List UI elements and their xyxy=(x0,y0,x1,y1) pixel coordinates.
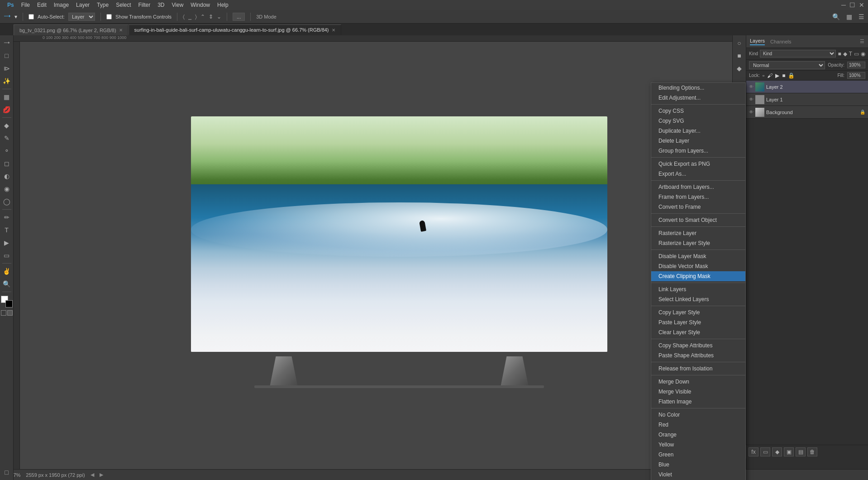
hand-tool-btn[interactable]: ✌ xyxy=(1,265,13,277)
ctx-item-merge-visible[interactable]: Merge Visible xyxy=(651,387,745,397)
gradient-tool-btn[interactable]: ◐ xyxy=(1,170,13,182)
ctx-item-paste-shape-attributes[interactable]: Paste Shape Attributes xyxy=(651,350,745,360)
minimize-btn[interactable]: ─ xyxy=(841,1,846,9)
layer-visibility-2[interactable]: 👁 xyxy=(749,84,754,89)
type-tool-btn[interactable]: T xyxy=(1,224,13,236)
nav-next[interactable]: ▶ xyxy=(100,472,103,478)
blur-tool-btn[interactable]: ◉ xyxy=(1,183,13,195)
align-top-icon[interactable]: ⌃ xyxy=(200,14,205,20)
layer-visibility-bg[interactable]: 👁 xyxy=(749,110,754,115)
align-bottom-icon[interactable]: ⌄ xyxy=(217,14,221,20)
filter-adjustment-icon[interactable]: ◆ xyxy=(843,51,847,57)
autoselect-checkbox[interactable] xyxy=(29,14,34,19)
layer-group-btn[interactable]: ▣ xyxy=(784,447,794,456)
layer-name-2[interactable]: Layer 2 xyxy=(766,84,783,90)
ctx-item-link-layers[interactable]: Link Layers xyxy=(651,284,745,294)
ctx-item-create-clipping-mask[interactable]: Create Clipping Mask xyxy=(651,271,745,281)
screen-mode-btn[interactable]: □ xyxy=(1,466,13,478)
menu-type[interactable]: Type xyxy=(93,1,112,9)
nav-prev[interactable]: ◀ xyxy=(91,472,94,478)
layer-delete-btn[interactable]: 🗑 xyxy=(807,447,817,456)
filter-type-icon[interactable]: T xyxy=(849,51,852,57)
ctx-item-clear-layer-style[interactable]: Clear Layer Style xyxy=(651,327,745,337)
ctx-item-disable-layer-mask[interactable]: Disable Layer Mask xyxy=(651,251,745,261)
menu-help[interactable]: Help xyxy=(214,1,232,9)
restore-btn[interactable]: ☐ xyxy=(849,1,855,9)
ctx-item-rasterize-layer[interactable]: Rasterize Layer xyxy=(651,228,745,238)
layer-new-btn[interactable]: ▤ xyxy=(796,447,806,456)
ctx-item-blue[interactable]: Blue xyxy=(651,460,745,470)
tab-bg-tv[interactable]: bg_tv_0321.png @ 66.7% (Layer 2, RGB/8) … xyxy=(14,24,129,35)
tab-surfing[interactable]: surfing-in-bali-guide-bali-surf-camp-ulu… xyxy=(129,24,341,35)
brush-tool-btn[interactable]: ✎ xyxy=(1,132,13,144)
ctx-item-copy-css[interactable]: Copy CSS xyxy=(651,106,745,116)
lock-image-btn[interactable]: 🖌 xyxy=(767,72,773,79)
lasso-tool-btn[interactable]: ⧐ xyxy=(1,62,13,74)
right-panel-icon3[interactable]: ◆ xyxy=(734,62,745,74)
align-middle-icon[interactable]: ⇕ xyxy=(209,14,213,20)
ctx-item-green[interactable]: Green xyxy=(651,450,745,460)
layer-item-2[interactable]: 👁 Layer 2 xyxy=(746,81,868,93)
menu-file[interactable]: File xyxy=(18,1,33,9)
layers-list[interactable]: 👁 Layer 2 👁 Layer 1 👁 Background 🔒 xyxy=(746,81,868,171)
layer-name-bg[interactable]: Background xyxy=(766,110,793,115)
dodge-tool-btn[interactable]: ◯ xyxy=(1,196,13,207)
quick-mask-icon[interactable] xyxy=(7,310,13,316)
move-tool-btn[interactable]: ⭢ xyxy=(1,37,13,49)
ctx-item-disable-vector-mask[interactable]: Disable Vector Mask xyxy=(651,261,745,271)
ctx-item-orange[interactable]: Orange xyxy=(651,430,745,440)
blend-mode-select[interactable]: Normal Dissolve Multiply Screen xyxy=(749,61,825,69)
layer-adjustment-btn[interactable]: ◆ xyxy=(772,447,782,456)
ctx-item-flatten-image[interactable]: Flatten Image xyxy=(651,397,745,407)
background-swatch[interactable] xyxy=(5,300,13,307)
layers-tab-channels[interactable]: Channels xyxy=(770,39,791,44)
ctx-item-paste-layer-style[interactable]: Paste Layer Style xyxy=(651,317,745,327)
lock-position-btn[interactable]: ▶ xyxy=(775,72,779,79)
ctx-item-copy-layer-style[interactable]: Copy Layer Style xyxy=(651,307,745,317)
shape-tool-btn[interactable]: ▭ xyxy=(1,250,13,261)
ctx-item-violet[interactable]: Violet xyxy=(651,470,745,480)
menu-3d[interactable]: 3D xyxy=(154,1,168,9)
align-center-icon[interactable]: ⎯ xyxy=(188,14,191,20)
layer-name-1[interactable]: Layer 1 xyxy=(766,97,783,102)
ctx-item-group-from-layers[interactable]: Group from Layers... xyxy=(651,146,745,156)
ctx-item-convert-to-smart-object[interactable]: Convert to Smart Object xyxy=(651,215,745,225)
ctx-item-copy-svg[interactable]: Copy SVG xyxy=(651,116,745,126)
ctx-item-release-from-isolation[interactable]: Release from Isolation xyxy=(651,364,745,374)
ctx-item-artboard-from-layers[interactable]: Artboard from Layers... xyxy=(651,182,745,192)
close-btn[interactable]: ✕ xyxy=(859,1,864,9)
align-left-icon[interactable]: 〈 xyxy=(183,14,185,20)
right-panel-icon2[interactable]: ■ xyxy=(734,50,745,62)
ctx-item-export-as[interactable]: Export As... xyxy=(651,169,745,179)
lock-all-btn[interactable]: 🔒 xyxy=(788,72,795,79)
tab-surfing-close[interactable]: ✕ xyxy=(332,28,335,33)
eraser-tool-btn[interactable]: ◻ xyxy=(1,158,13,169)
crop-tool-btn[interactable]: ▦ xyxy=(1,91,13,103)
path-select-tool-btn[interactable]: ▶ xyxy=(1,237,13,249)
layer-item-bg[interactable]: 👁 Background 🔒 xyxy=(746,106,868,119)
select-rect-tool-btn[interactable]: □ xyxy=(1,50,13,62)
filter-smart-icon[interactable]: ◉ xyxy=(861,51,865,57)
ctx-item-yellow[interactable]: Yellow xyxy=(651,440,745,450)
clone-tool-btn[interactable]: ⚬ xyxy=(1,145,13,157)
more-options-btn[interactable]: ... xyxy=(233,13,245,21)
pen-tool-btn[interactable]: ✏ xyxy=(1,211,13,223)
ctx-item-select-linked-layers[interactable]: Select Linked Layers xyxy=(651,294,745,304)
menu-select[interactable]: Select xyxy=(112,1,134,9)
ctx-item-rasterize-layer-style[interactable]: Rasterize Layer Style xyxy=(651,238,745,248)
menu-view[interactable]: View xyxy=(168,1,187,9)
autoselect-select[interactable]: Layer Group xyxy=(68,13,95,21)
ctx-item-quick-export-png[interactable]: Quick Export as PNG xyxy=(651,159,745,169)
align-right-icon[interactable]: 〉 xyxy=(195,14,197,20)
ctx-item-duplicate-layer[interactable]: Duplicate Layer... xyxy=(651,126,745,136)
color-swatches[interactable] xyxy=(1,296,13,307)
ctx-item-blending-options[interactable]: Blending Options... xyxy=(651,83,745,93)
heal-tool-btn[interactable]: ◆ xyxy=(1,120,13,131)
tab-bg-tv-close[interactable]: ✕ xyxy=(119,28,123,33)
ctx-item-no-color[interactable]: No Color xyxy=(651,410,745,420)
ctx-item-edit-adjustment[interactable]: Edit Adjustment... xyxy=(651,93,745,103)
layers-tab-layers[interactable]: Layers xyxy=(750,38,765,45)
ctx-item-merge-down[interactable]: Merge Down xyxy=(651,377,745,387)
layers-panel-menu-icon[interactable]: ☰ xyxy=(860,38,864,44)
eyedropper-tool-btn[interactable]: 💋 xyxy=(1,104,13,115)
